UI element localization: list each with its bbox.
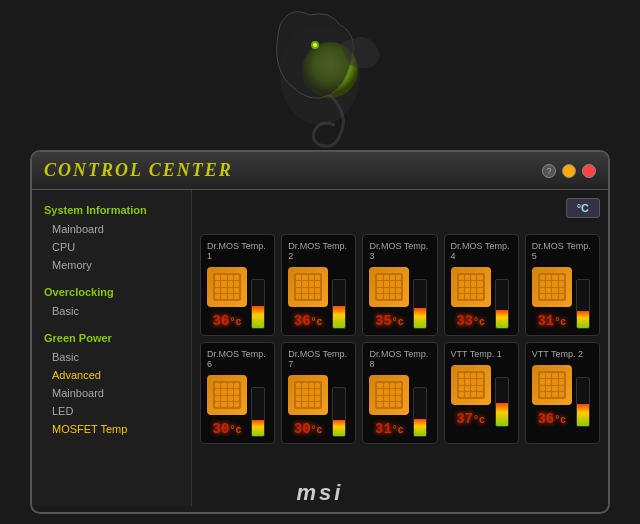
sidebar-item-gp-basic[interactable]: Basic (32, 348, 191, 366)
temp-bar-fill-6 (252, 420, 264, 436)
temp-value-1: 36°c (213, 313, 242, 329)
temp-card-inner-8: 31°c (369, 375, 430, 437)
chip-icon-4 (451, 267, 491, 307)
temp-bar-1 (251, 279, 265, 329)
temp-bar-7 (332, 387, 346, 437)
app-title: Control Center (44, 160, 233, 181)
temp-value-8: 31°c (375, 421, 404, 437)
temp-bar-2 (332, 279, 346, 329)
chip-icon-10 (532, 365, 572, 405)
temp-card-10: VTT Temp. 2 36°c (525, 342, 600, 444)
temp-card-2: Dr.MOS Temp. 2 36°c (281, 234, 356, 336)
temp-card-title-5: Dr.MOS Temp. 5 (532, 241, 593, 261)
temp-value-3: 35°c (375, 313, 404, 329)
main-window: Control Center ? System Information Main… (30, 150, 610, 514)
temp-bar-fill-7 (333, 420, 345, 436)
temp-card-title-1: Dr.MOS Temp. 1 (207, 241, 268, 261)
sidebar-item-gp-led[interactable]: LED (32, 402, 191, 420)
temp-value-2: 36°c (294, 313, 323, 329)
temp-card-6: Dr.MOS Temp. 6 30°c (200, 342, 275, 444)
temp-bar-fill-1 (252, 306, 264, 328)
sidebar-item-gp-advanced[interactable]: Advanced (32, 366, 191, 384)
sidebar: System Information Mainboard CPU Memory … (32, 190, 192, 506)
minimize-button[interactable] (562, 164, 576, 178)
temp-bar-9 (495, 377, 509, 427)
chip-icon-1 (207, 267, 247, 307)
temp-row-1: Dr.MOS Temp. 1 36°c Dr.MOS Temp. 2 (200, 234, 600, 336)
temp-card-4: Dr.MOS Temp. 4 33°c (444, 234, 519, 336)
temp-bar-fill-9 (496, 403, 508, 426)
temp-card-title-6: Dr.MOS Temp. 6 (207, 349, 268, 369)
chip-icon-5 (532, 267, 572, 307)
window-controls: ? (542, 164, 596, 178)
temp-card-inner-7: 30°c (288, 375, 349, 437)
chip-icon-3 (369, 267, 409, 307)
temp-bar-fill-10 (577, 404, 589, 426)
temp-value-10: 36°c (537, 411, 566, 427)
temp-value-4: 33°c (456, 313, 485, 329)
chip-icon-7 (288, 375, 328, 415)
sidebar-item-gp-mainboard[interactable]: Mainboard (32, 384, 191, 402)
temp-bar-6 (251, 387, 265, 437)
temp-bar-4 (495, 279, 509, 329)
temp-card-inner-4: 33°c (451, 267, 512, 329)
temp-card-8: Dr.MOS Temp. 8 31°c (362, 342, 437, 444)
temp-card-title-2: Dr.MOS Temp. 2 (288, 241, 349, 261)
temp-bar-fill-4 (496, 310, 508, 328)
temp-bar-fill-3 (414, 308, 426, 328)
temp-bar-fill-5 (577, 311, 589, 328)
temp-value-9: 37°c (456, 411, 485, 427)
temp-card-title-7: Dr.MOS Temp. 7 (288, 349, 349, 369)
temp-card-title-10: VTT Temp. 2 (532, 349, 593, 359)
temp-card-title-3: Dr.MOS Temp. 3 (369, 241, 430, 261)
temp-card-7: Dr.MOS Temp. 7 30°c (281, 342, 356, 444)
temp-card-title-9: VTT Temp. 1 (451, 349, 512, 359)
chip-icon-9 (451, 365, 491, 405)
temp-card-5: Dr.MOS Temp. 5 31°c (525, 234, 600, 336)
sidebar-item-mainboard[interactable]: Mainboard (32, 220, 191, 238)
system-information-heading: System Information (32, 200, 191, 220)
temp-card-title-4: Dr.MOS Temp. 4 (451, 241, 512, 261)
temp-card-inner-5: 31°c (532, 267, 593, 329)
temp-bar-10 (576, 377, 590, 427)
temp-card-inner-6: 30°c (207, 375, 268, 437)
overclocking-heading: Overclocking (32, 282, 191, 302)
overclocking-section: Overclocking Basic (32, 282, 191, 320)
svg-point-3 (313, 43, 317, 47)
temp-card-9: VTT Temp. 1 37°c (444, 342, 519, 444)
temp-bar-5 (576, 279, 590, 329)
temp-bar-3 (413, 279, 427, 329)
sidebar-item-memory[interactable]: Memory (32, 256, 191, 274)
chip-icon-6 (207, 375, 247, 415)
main-panel: °C Dr.MOS Temp. 1 36°c Dr.M (192, 190, 608, 506)
green-power-heading: Green Power (32, 328, 191, 348)
sidebar-item-cpu[interactable]: CPU (32, 238, 191, 256)
temp-card-inner-9: 37°c (451, 365, 512, 427)
temp-card-inner-2: 36°c (288, 267, 349, 329)
temp-card-title-8: Dr.MOS Temp. 8 (369, 349, 430, 369)
content-area: System Information Mainboard CPU Memory … (32, 190, 608, 506)
temp-bar-fill-8 (414, 419, 426, 436)
green-power-section: Green Power Basic Advanced Mainboard LED… (32, 328, 191, 438)
temp-card-1: Dr.MOS Temp. 1 36°c (200, 234, 275, 336)
temp-row-2: Dr.MOS Temp. 6 30°c Dr.MOS Temp. 7 (200, 342, 600, 444)
temp-value-7: 30°c (294, 421, 323, 437)
temp-value-6: 30°c (213, 421, 242, 437)
temp-card-inner-1: 36°c (207, 267, 268, 329)
temp-bar-8 (413, 387, 427, 437)
chip-icon-2 (288, 267, 328, 307)
temp-card-inner-10: 36°c (532, 365, 593, 427)
help-button[interactable]: ? (542, 164, 556, 178)
close-button[interactable] (582, 164, 596, 178)
chip-icon-8 (369, 375, 409, 415)
system-information-section: System Information Mainboard CPU Memory (32, 200, 191, 274)
sidebar-item-gp-mosfet[interactable]: MOSFET Temp (32, 420, 191, 438)
msi-logo: msi (297, 480, 344, 505)
temp-value-5: 31°c (537, 313, 566, 329)
sidebar-item-oc-basic[interactable]: Basic (32, 302, 191, 320)
unit-badge: °C (566, 198, 600, 218)
msi-footer: msi (0, 480, 640, 506)
temp-card-inner-3: 35°c (369, 267, 430, 329)
temp-bar-fill-2 (333, 306, 345, 328)
title-bar: Control Center ? (32, 152, 608, 190)
